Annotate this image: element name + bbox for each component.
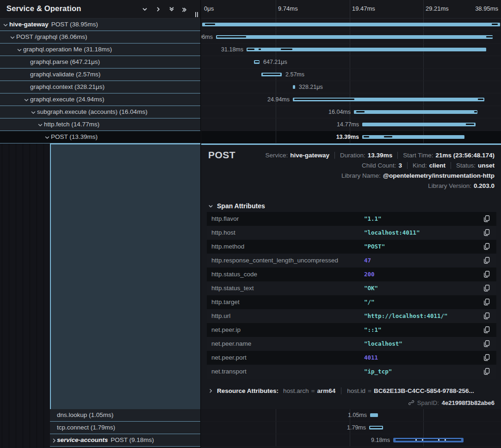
waterfall-row[interactable]: 647.21μs <box>201 56 501 68</box>
waterfall-row[interactable]: 1.05ms <box>201 409 501 422</box>
tree-row[interactable]: graphql.operation Me (31.18ms) <box>0 44 201 56</box>
tree-row[interactable]: graphql.context (328.21μs) <box>0 81 201 93</box>
copy-icon[interactable] <box>483 271 491 278</box>
span-name-label: POST (13.39ms) <box>51 133 98 140</box>
ruler-tick-label: 29.21ms <box>426 5 449 12</box>
waterfall-row[interactable]: 1.79ms <box>201 422 501 434</box>
gridline <box>423 409 424 421</box>
tree-row[interactable]: tcp.connect (1.79ms) <box>50 422 201 434</box>
chevron-down-icon[interactable] <box>140 5 149 13</box>
copy-icon[interactable] <box>483 354 491 361</box>
waterfall-row[interactable]: 16.04ms <box>201 106 501 118</box>
attribute-value: "http://localhost:4011/" <box>364 309 448 323</box>
detail-accent-border <box>201 143 501 145</box>
waterfall-row[interactable]: 9.18ms <box>201 434 501 447</box>
copy-icon[interactable] <box>483 368 491 375</box>
detail-meta-line: Child Count:3Kind:clientStatus:unset <box>362 161 495 170</box>
self-time-mark <box>217 36 246 37</box>
gridline <box>276 131 276 143</box>
self-time-mark <box>474 111 477 112</box>
span-bar[interactable] <box>202 23 500 26</box>
gridline <box>276 81 276 93</box>
copy-icon[interactable] <box>483 243 491 250</box>
span-bar[interactable] <box>362 123 476 126</box>
attribute-row: http.host"localhost:4011" <box>207 226 496 240</box>
chevron-down-icon[interactable] <box>10 35 15 40</box>
chevron-down-icon[interactable] <box>44 135 49 140</box>
span-bar[interactable] <box>354 110 477 114</box>
copy-icon[interactable] <box>483 257 491 264</box>
detail-span-title: POST <box>208 149 235 161</box>
copy-icon[interactable] <box>483 229 491 236</box>
chevron-down-icon[interactable] <box>31 110 36 115</box>
chevron-down-icon[interactable] <box>24 97 29 102</box>
tree-header: Service & Operation <box>0 0 201 19</box>
resource-attributes-row[interactable]: Resource Attributes: host.arch=arm64host… <box>208 387 474 394</box>
meta-separator <box>334 152 335 159</box>
span-detail-panel: POST Service:hive-gatewayDuration:13.39m… <box>201 143 501 409</box>
tree-row[interactable]: graphql.parse (647.21μs) <box>0 56 201 68</box>
copy-icon[interactable] <box>483 215 491 223</box>
span-bar[interactable] <box>216 35 493 39</box>
span-attributes-header[interactable]: Span Attributes <box>208 202 265 210</box>
copy-icon[interactable] <box>483 299 491 306</box>
attribute-row: http.url"http://localhost:4011/" <box>207 309 496 323</box>
waterfall-row[interactable]: 36.06ms <box>201 31 501 44</box>
tree-row[interactable]: graphql.validate (2.57ms) <box>0 68 201 81</box>
waterfall-row[interactable]: 328.21μs <box>201 81 501 93</box>
gridline <box>276 106 276 118</box>
tree-row[interactable]: graphql.execute (24.94ms) <box>0 93 201 106</box>
column-resize-handle[interactable] <box>194 12 199 17</box>
attribute-value: "::1" <box>364 323 382 337</box>
duration-label: 16.04ms <box>328 106 351 118</box>
tree-row[interactable]: http.fetch (14.77ms) <box>0 118 201 131</box>
meta-label: Duration: <box>340 152 365 159</box>
self-time-mark <box>356 111 365 112</box>
chevron-down-icon[interactable] <box>17 47 22 52</box>
attribute-value: 47 <box>364 254 371 268</box>
self-time-mark <box>364 136 369 137</box>
chevron-right-icon[interactable] <box>51 438 56 443</box>
chevron-down-icon[interactable] <box>3 22 8 27</box>
chevron-down-icon <box>208 204 213 209</box>
duration-label: 1.79ms <box>347 422 366 434</box>
chevron-down-icon[interactable] <box>37 122 43 127</box>
timeline-ruler: 0μs9.74ms19.47ms29.21ms38.95ms <box>201 0 501 19</box>
span-bar[interactable] <box>362 135 464 139</box>
service-name: service-accounts <box>57 436 108 443</box>
duration-label: 14.77ms <box>337 118 359 131</box>
gridline <box>350 56 350 68</box>
span-name-label: service-accountsPOST (9.18ms) <box>57 436 154 443</box>
span-name-label: hive-gatewayPOST (38.95ms) <box>9 21 98 28</box>
tree-row[interactable]: subgraph.execute (accounts) (16.04ms) <box>0 106 201 118</box>
tree-row[interactable]: service-accountsPOST (9.18ms) <box>50 434 201 447</box>
meta-label: Kind: <box>413 162 427 169</box>
waterfall-row[interactable]: 31.18ms <box>201 44 501 56</box>
tree-row[interactable]: POST (13.39ms) <box>0 131 201 143</box>
span-bar[interactable] <box>293 85 295 89</box>
meta-label: Status: <box>456 162 476 169</box>
waterfall-row[interactable]: 2.57ms <box>201 68 501 81</box>
span-bar[interactable] <box>370 413 378 417</box>
attribute-row: net.peer.ip"::1" <box>207 323 496 337</box>
double-chevron-right-icon[interactable] <box>180 5 189 13</box>
waterfall-row[interactable]: 38.95ms <box>201 19 501 31</box>
waterfall-row[interactable]: 13.39ms <box>201 131 501 143</box>
copy-icon[interactable] <box>483 326 491 334</box>
tree-row[interactable]: hive-gatewayPOST (38.95ms) <box>0 19 201 31</box>
meta-value: unset <box>478 162 495 169</box>
copy-icon[interactable] <box>483 340 491 348</box>
span-name-label: http.fetch (14.77ms) <box>44 121 99 128</box>
double-chevron-down-icon[interactable] <box>167 5 176 13</box>
waterfall-row[interactable]: 24.94ms <box>201 93 501 106</box>
chevron-right-icon[interactable] <box>154 5 162 13</box>
copy-icon[interactable] <box>483 312 491 320</box>
copy-icon[interactable] <box>483 285 491 292</box>
tree-row[interactable]: POST /graphql (36.06ms) <box>0 31 201 44</box>
detail-meta-line: Service:hive-gatewayDuration:13.39msStar… <box>265 150 495 160</box>
span-name-label: dns.lookup (1.05ms) <box>57 411 113 418</box>
waterfall-row[interactable]: 14.77ms <box>201 118 501 131</box>
tree-row[interactable]: dns.lookup (1.05ms) <box>50 409 201 422</box>
attribute-key: net.peer.ip <box>211 323 241 337</box>
attribute-value: "localhost" <box>364 337 402 351</box>
